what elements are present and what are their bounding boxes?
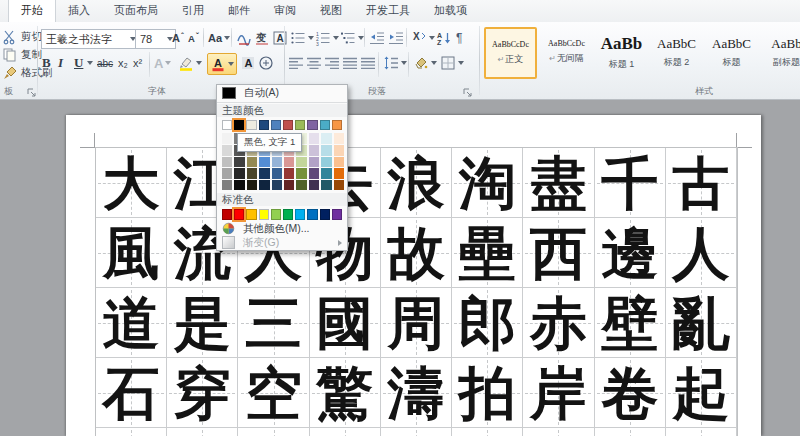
increase-indent-button[interactable] — [388, 29, 404, 47]
tab-1[interactable]: 开始 — [8, 0, 56, 23]
italic-button[interactable]: I — [58, 54, 63, 72]
grid-cell[interactable]: 國 — [310, 288, 381, 358]
standard-color-swatch-2[interactable] — [234, 209, 244, 219]
page[interactable]: 大江東去浪淘盡千古風流人物故壘西邊人道是三國周郎赤壁亂石穿空驚濤拍岸卷起 — [66, 115, 761, 436]
grid-cell[interactable]: 人 — [666, 218, 737, 288]
line-spacing-button[interactable] — [383, 54, 407, 72]
bold-button[interactable]: B — [42, 54, 51, 72]
style-item-5[interactable]: AaBbC标题 — [706, 27, 757, 77]
tint-swatch[interactable] — [222, 168, 232, 179]
tint-swatch[interactable] — [296, 168, 306, 179]
tint-swatch[interactable] — [284, 168, 294, 179]
standard-color-swatch-7[interactable] — [295, 209, 305, 219]
change-case-button[interactable]: Aa — [208, 29, 230, 47]
text-effects-button[interactable]: A — [154, 54, 171, 72]
font-name-combo[interactable]: 王羲之书法字 — [41, 29, 139, 49]
enclose-characters-button[interactable] — [258, 54, 274, 72]
grid-cell[interactable]: 穿 — [167, 358, 238, 428]
font-size-combo[interactable]: 78 — [135, 29, 176, 49]
asian-layout-button[interactable]: X — [411, 29, 435, 47]
standard-color-swatch-1[interactable] — [222, 209, 232, 219]
standard-color-swatch-4[interactable] — [259, 209, 269, 219]
tint-swatch[interactable] — [234, 168, 244, 179]
borders-button[interactable] — [440, 54, 464, 72]
tab-9[interactable]: 加载项 — [422, 0, 479, 22]
tint-swatch[interactable] — [334, 168, 344, 179]
grid-cell[interactable]: 濤 — [381, 358, 452, 428]
highlight-color-button[interactable] — [178, 54, 202, 72]
tab-8[interactable]: 开发工具 — [354, 0, 422, 22]
tint-swatch[interactable] — [284, 157, 294, 168]
grid-cell[interactable]: 淘 — [452, 148, 523, 218]
grid-cell[interactable]: 故 — [381, 218, 452, 288]
tint-swatch[interactable] — [309, 145, 319, 156]
tint-swatch[interactable] — [334, 145, 344, 156]
style-item-2[interactable]: AaBbCcDc↵无间隔 — [541, 27, 592, 77]
grid-cell[interactable] — [167, 428, 238, 436]
standard-color-swatch-8[interactable] — [307, 209, 317, 219]
tint-swatch[interactable] — [234, 157, 244, 168]
tint-swatch[interactable] — [321, 157, 331, 168]
tint-swatch[interactable] — [259, 168, 269, 179]
grid-cell[interactable] — [523, 428, 594, 436]
grid-cell[interactable]: 石 — [96, 358, 167, 428]
font-color-button[interactable]: A — [207, 53, 237, 75]
grid-cell[interactable]: 驚 — [310, 358, 381, 428]
tint-swatch[interactable] — [334, 180, 344, 191]
align-center-button[interactable] — [306, 54, 322, 72]
grid-cell[interactable] — [666, 428, 737, 436]
grid-cell[interactable]: 西 — [523, 218, 594, 288]
grid-cell[interactable]: 壘 — [452, 218, 523, 288]
theme-color-swatch-2[interactable] — [234, 120, 244, 130]
sort-button[interactable]: AZ — [436, 29, 452, 47]
tint-swatch[interactable] — [259, 180, 269, 191]
grid-cell[interactable]: 千 — [595, 148, 666, 218]
grid-cell[interactable]: 三 — [238, 288, 309, 358]
theme-color-swatch-8[interactable] — [307, 120, 317, 130]
grid-cell[interactable]: 拍 — [452, 358, 523, 428]
cut-button[interactable]: 剪切 — [2, 29, 42, 44]
standard-color-swatch-9[interactable] — [320, 209, 330, 219]
tab-7[interactable]: 视图 — [308, 0, 354, 22]
more-colors-item[interactable]: 其他颜色(M)... — [217, 222, 347, 236]
grid-cell[interactable]: 邊 — [595, 218, 666, 288]
tint-swatch[interactable] — [222, 145, 232, 156]
style-item-6[interactable]: AaBb副标题 — [761, 27, 800, 77]
show-hide-marks-button[interactable]: ¶ — [456, 29, 462, 47]
shrink-font-button[interactable]: Aˇ — [188, 29, 199, 47]
tint-swatch[interactable] — [272, 180, 282, 191]
tint-swatch[interactable] — [321, 145, 331, 156]
tint-swatch[interactable] — [272, 168, 282, 179]
grid-cell[interactable]: 大 — [96, 148, 167, 218]
strikethrough-button[interactable]: abc — [97, 54, 113, 72]
character-border-button[interactable]: A — [272, 29, 288, 47]
shading-button[interactable] — [413, 54, 437, 72]
multilevel-list-button[interactable] — [340, 29, 364, 47]
style-item-3[interactable]: AaBb标题 1 — [596, 27, 647, 77]
automatic-color-item[interactable]: 自动(A) — [217, 85, 347, 101]
grid-cell[interactable] — [96, 428, 167, 436]
distribute-button[interactable] — [360, 54, 376, 72]
copy-button[interactable]: 复制 — [2, 47, 42, 62]
tint-swatch[interactable] — [309, 180, 319, 191]
tint-swatch[interactable] — [284, 180, 294, 191]
grid-cell[interactable]: 周 — [381, 288, 452, 358]
tint-swatch[interactable] — [247, 180, 257, 191]
grid-cell[interactable]: 岸 — [523, 358, 594, 428]
character-scaling-button[interactable]: 变 — [254, 29, 270, 47]
grid-cell[interactable]: 壁 — [595, 288, 666, 358]
grid-cell[interactable]: 卷 — [595, 358, 666, 428]
tint-swatch[interactable] — [309, 133, 319, 144]
tint-swatch[interactable] — [334, 133, 344, 144]
grid-cell[interactable] — [310, 428, 381, 436]
standard-color-swatch-3[interactable] — [246, 209, 256, 219]
grid-cell[interactable]: 是 — [167, 288, 238, 358]
theme-color-swatch-6[interactable] — [283, 120, 293, 130]
phonetic-guide-button[interactable] — [236, 29, 252, 47]
grid-cell[interactable]: 赤 — [523, 288, 594, 358]
tint-swatch[interactable] — [222, 157, 232, 168]
align-right-button[interactable] — [324, 54, 340, 72]
tint-swatch[interactable] — [222, 133, 232, 144]
theme-color-swatch-5[interactable] — [271, 120, 281, 130]
tint-swatch[interactable] — [259, 157, 269, 168]
